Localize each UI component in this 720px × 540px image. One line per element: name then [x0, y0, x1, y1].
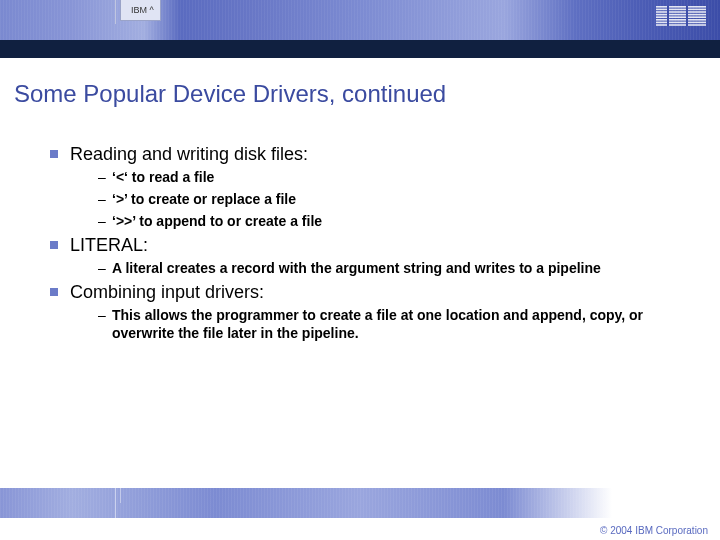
header-tick	[115, 0, 116, 24]
svg-rect-7	[656, 24, 706, 26]
bullet-heading: Reading and writing disk files:	[50, 144, 680, 165]
bullet-item: ‘>’ to create or replace a file	[98, 190, 680, 209]
footer-stripes	[0, 488, 720, 518]
slide: IBM ^ Some Popular Device Drivers, conti…	[0, 0, 720, 540]
svg-rect-5	[656, 19, 706, 21]
svg-rect-6	[656, 22, 706, 24]
svg-rect-3	[656, 14, 706, 16]
bullet-heading: LITERAL:	[50, 235, 680, 256]
header-stripes	[0, 0, 720, 40]
page-title: Some Popular Device Drivers, continued	[14, 80, 446, 108]
bullet-item: ‘<‘ to read a file	[98, 168, 680, 187]
svg-rect-2	[656, 11, 706, 13]
bullet-item: A literal creates a record with the argu…	[98, 259, 680, 278]
header-divider	[0, 40, 720, 58]
bullet-item: This allows the programmer to create a f…	[98, 306, 680, 344]
footer-tick	[115, 488, 116, 518]
svg-rect-4	[656, 16, 706, 18]
svg-rect-0	[656, 6, 706, 8]
header-tab: IBM ^	[120, 0, 161, 21]
ibm-logo-icon	[656, 6, 706, 26]
bullet-heading: Combining input drivers:	[50, 282, 680, 303]
svg-rect-8	[667, 6, 669, 26]
bullet-item: ‘>>’ to append to or create a file	[98, 212, 680, 231]
svg-rect-9	[686, 6, 688, 26]
svg-rect-1	[656, 9, 706, 11]
footer-tick-small	[120, 488, 121, 503]
content-area: Reading and writing disk files: ‘<‘ to r…	[50, 140, 680, 346]
copyright-text: © 2004 IBM Corporation	[600, 525, 708, 536]
